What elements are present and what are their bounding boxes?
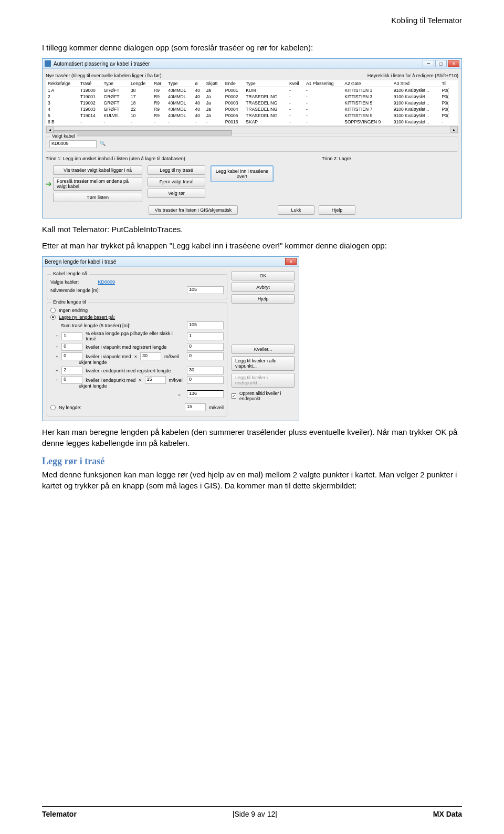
col-header[interactable]: Rør — [152, 80, 166, 87]
via-reg-prefix-field[interactable]: 0 — [61, 343, 82, 351]
table-row[interactable]: 5T19014KULVE...10R940MMDL40JaP0005TRASED… — [46, 112, 458, 119]
table-cell: - — [304, 112, 342, 119]
col-header[interactable]: Ende — [223, 80, 244, 87]
step2-label: Trinn 2: Lagre — [322, 156, 458, 161]
col-header[interactable]: Type — [166, 80, 193, 87]
col-header[interactable]: Til — [439, 80, 453, 87]
ok-button[interactable]: OK — [232, 271, 295, 280]
table-cell: P0003 — [223, 100, 244, 106]
col-header[interactable]: Lengde — [129, 80, 152, 87]
table-cell: 9100 Kvaløyslet... — [392, 93, 440, 100]
col-header[interactable]: Type — [102, 80, 129, 87]
show-current-traces-button[interactable]: Vis traséer valgt kabel ligger i nå — [53, 165, 142, 175]
search-icon[interactable]: 🔍 — [100, 141, 106, 146]
via-ukj-field[interactable]: 0 — [187, 352, 224, 360]
via-ukj-label1: kveiler i viapunkt med — [86, 354, 131, 359]
no-change-label: Ingen endring — [59, 308, 88, 313]
col-header[interactable]: Kveil — [287, 80, 304, 87]
choose-pipe-button[interactable]: Velg rør — [148, 189, 205, 198]
table-cell: 40 — [193, 106, 204, 112]
close-button[interactable]: Lukk — [278, 205, 314, 215]
table-cell: GRØFT — [102, 87, 129, 94]
clear-list-button[interactable]: Tøm listen — [53, 193, 142, 202]
footer-page: |Side 9 av 12| — [233, 810, 277, 818]
table-cell: 18 — [129, 100, 152, 106]
via-ukj-label2: ukjent lengde — [79, 360, 107, 365]
current-length-field[interactable]: 105 — [187, 286, 224, 294]
end-ukj-prefix-field[interactable]: 0 — [61, 376, 82, 384]
table-row[interactable]: 6 B-------P0016SKAP--SOPPSVINGEN 99100 K… — [46, 119, 458, 125]
kveiler-button[interactable]: Kveiler... — [232, 345, 295, 354]
show-in-gis-button[interactable]: Vis traséer fra listen i GIS/skjematisk — [149, 205, 238, 215]
table-cell: 40MMDL — [166, 106, 193, 112]
pct-prefix-field[interactable]: 1 — [61, 332, 82, 340]
col-header[interactable]: A2 Gate — [342, 80, 391, 87]
change-length-label: Endre lengde til — [51, 299, 88, 305]
sum-trace-field[interactable]: 105 — [187, 321, 224, 329]
selected-cables-link[interactable]: KD0009 — [98, 279, 115, 285]
table-row[interactable]: 4T19003GRØFT22R940MMDL40JaP0004TRASEDELI… — [46, 106, 458, 112]
table-cell: KITTISTIEN 9 — [342, 112, 391, 119]
selected-cable-field[interactable]: KD0009 — [49, 140, 97, 148]
pct-extra-field[interactable]: 1 — [187, 332, 224, 340]
via-ukj-mul-field[interactable]: 30 — [140, 352, 161, 360]
table-cell: P0( — [439, 93, 453, 100]
col-header[interactable]: Type — [244, 80, 287, 87]
always-create-checkbox[interactable] — [232, 393, 236, 399]
table-cell: 17 — [129, 93, 152, 100]
help-button[interactable]: Hjelp — [232, 294, 295, 304]
cancel-button[interactable]: Avbryt — [232, 283, 295, 292]
col-header[interactable]: Rekkefølge — [46, 80, 78, 87]
put-cable-button[interactable]: Legg kabel inn i traséene over! — [211, 165, 274, 182]
doc-header: Kobling til Telemator — [391, 16, 462, 25]
col-header[interactable]: A1 Plassering — [304, 80, 342, 87]
new-length-radio[interactable] — [50, 405, 56, 410]
col-header[interactable]: Trasé — [78, 80, 102, 87]
suggest-traces-button[interactable]: Foreslå traséer mellom endene på valgt k… — [53, 177, 142, 191]
col-header[interactable]: Skjøtt — [204, 80, 223, 87]
section-heading: Legg rør i trasé — [42, 456, 462, 467]
table-row[interactable]: 1 AT19000GRØFT38R940MMDL40JaP0001KUM--KI… — [46, 87, 458, 94]
total-field[interactable]: 136 — [187, 390, 224, 398]
col-header[interactable]: A3 Sted — [392, 80, 440, 87]
dialog2-titlebar[interactable]: Beregn lengde for kabel i trasé ✕ — [43, 257, 299, 267]
table-cell: KITTISTIEN 5 — [342, 100, 391, 106]
traces-table[interactable]: RekkefølgeTraséTypeLengdeRørTypeøSkjøttE… — [46, 80, 458, 125]
no-change-radio[interactable] — [50, 308, 56, 313]
add-trace-button[interactable]: Legg til ny trasé — [148, 165, 205, 175]
end-reg-field[interactable]: 30 — [187, 367, 224, 374]
end-ukj-field[interactable]: 0 — [187, 376, 224, 384]
table-row[interactable]: 3T19002GRØFT18R940MMDL40JaP0003TRASEDELI… — [46, 100, 458, 106]
table-cell: - — [287, 87, 304, 94]
scroll-right-icon[interactable]: ▸ — [450, 127, 458, 133]
new-length-field[interactable]: 15 — [185, 403, 206, 411]
remove-trace-button[interactable]: Fjern valgt trasé — [148, 177, 205, 186]
valgt-kabel-label: Valgt kabel — [50, 133, 77, 139]
close-icon[interactable]: ✕ — [285, 258, 297, 265]
scroll-left-icon[interactable]: ◂ — [46, 127, 54, 133]
close-icon[interactable]: ✕ — [448, 60, 459, 67]
new-length-label: Ny lengde: — [59, 405, 81, 410]
horizontal-scrollbar[interactable]: ◂ ▸ — [46, 126, 458, 133]
end-reg-prefix-field[interactable]: 2 — [61, 367, 82, 374]
via-ukj-prefix-field[interactable]: 0 — [61, 352, 82, 360]
via-reg-field[interactable]: 0 — [187, 343, 224, 351]
maximize-icon[interactable]: ▢ — [435, 60, 447, 67]
minimize-icon[interactable]: ━ — [423, 60, 434, 67]
table-cell: TRASEDELING — [244, 100, 287, 106]
save-new-radio[interactable] — [50, 315, 56, 320]
add-via-kveiler-button[interactable]: Legg til kveiler i alle viapunkt... — [232, 356, 295, 371]
sum-trace-label: Sum trasé lengde (5 traséer) [m]: — [61, 323, 184, 328]
end-ukj-mul-field[interactable]: 15 — [145, 376, 166, 384]
dialog1-titlebar[interactable]: Automatisert plassering av kabel i trasé… — [43, 59, 461, 69]
table-cell: 40MMDL — [166, 87, 193, 94]
table-row[interactable]: 2T19001GRØFT17R940MMDL40JaP0002TRASEDELI… — [46, 93, 458, 100]
dialog1-left-label: Nye traséer (tillegg til eventuelle kabe… — [46, 73, 163, 78]
table-cell — [453, 106, 458, 112]
table-cell: P0( — [439, 106, 453, 112]
table-cell: T19002 — [78, 100, 102, 106]
after-press-text: Etter at man har trykket på knappen "Leg… — [42, 240, 462, 251]
table-cell: Ja — [204, 87, 223, 94]
help-button[interactable]: Hjelp — [319, 205, 355, 215]
col-header[interactable]: ø — [193, 80, 204, 87]
